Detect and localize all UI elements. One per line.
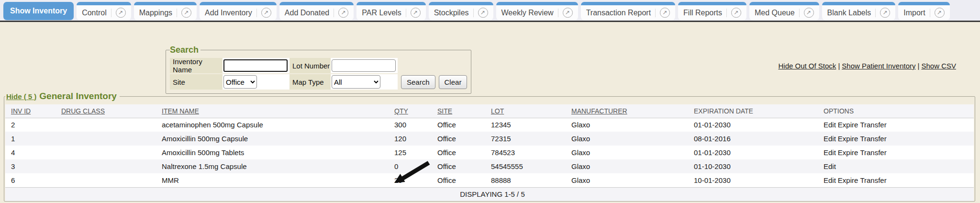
open-new-window-icon[interactable]: ↗: [478, 8, 488, 18]
cell-item-name: Amoxicillin 500mg Tablets: [156, 146, 389, 159]
tab-show-inventory[interactable]: Show Inventory: [3, 2, 74, 20]
expire-action[interactable]: Expire: [838, 135, 858, 143]
cell-item-name: Naltrexone 1.5mg Capsule: [156, 159, 389, 173]
hide-out-of-stock-link[interactable]: Hide Out Of Stock: [778, 62, 836, 70]
edit-action[interactable]: Edit: [824, 162, 836, 170]
open-new-window-icon[interactable]: ↗: [181, 8, 191, 18]
tab-top-accent: [356, 2, 425, 5]
tab-label-area: Stockpiles↗: [429, 5, 493, 20]
search-button[interactable]: Search: [401, 75, 435, 89]
sort-link-site[interactable]: SITE: [437, 107, 452, 115]
sort-link-inv-id[interactable]: INV ID: [11, 107, 31, 115]
open-new-window-icon[interactable]: ↗: [338, 8, 348, 18]
hide-count-link[interactable]: Hide ( 5 ): [6, 92, 36, 101]
edit-action[interactable]: Edit: [824, 176, 836, 184]
transfer-action[interactable]: Transfer: [860, 176, 886, 184]
cell-options: EditExpireTransfer: [818, 118, 974, 132]
open-new-window-icon[interactable]: ↗: [116, 8, 126, 18]
open-new-window-icon[interactable]: ↗: [660, 8, 670, 18]
cell-inv-id: 6: [5, 173, 56, 187]
tab-transaction-report[interactable]: Transaction Report↗: [581, 2, 675, 20]
tab-control[interactable]: Control↗: [77, 2, 131, 20]
edit-action[interactable]: Edit: [824, 121, 836, 129]
column-header-inv-id[interactable]: INV ID: [5, 104, 56, 118]
tab-divider: [334, 9, 334, 17]
column-header-options: OPTIONS: [818, 104, 974, 118]
column-header-drug-class[interactable]: DRUG CLASS: [56, 104, 156, 118]
tab-divider: [930, 9, 930, 17]
column-header-lot[interactable]: LOT: [485, 104, 566, 118]
column-header-expiration-date: EXPIRATION DATE: [688, 104, 818, 118]
expire-action[interactable]: Expire: [838, 148, 858, 157]
tab-blank-labels[interactable]: Blank Labels↗: [822, 2, 896, 20]
cell-drug-class: [56, 159, 156, 173]
sort-link-qty[interactable]: QTY: [394, 107, 408, 115]
expire-action[interactable]: Expire: [838, 176, 858, 184]
tab-top-accent: [496, 2, 578, 5]
cell-item-name: Amoxicillin 500mg Capsule: [156, 132, 389, 146]
tab-add-inventory[interactable]: Add Inventory↗: [200, 2, 277, 20]
cell-inv-id: 3: [5, 159, 56, 173]
tab-divider: [473, 9, 474, 17]
cell-drug-class: [56, 146, 156, 159]
open-new-window-icon[interactable]: ↗: [880, 8, 890, 18]
edit-action[interactable]: Edit: [824, 148, 836, 157]
sort-link-lot[interactable]: LOT: [491, 107, 504, 115]
sort-link-drug-class[interactable]: DRUG CLASS: [61, 107, 105, 115]
open-new-window-icon[interactable]: ↗: [563, 8, 573, 18]
inventory-name-input[interactable]: [223, 59, 288, 72]
open-new-window-icon[interactable]: ↗: [261, 8, 271, 18]
open-new-window-icon[interactable]: ↗: [804, 8, 814, 18]
tab-divider: [558, 9, 558, 17]
open-new-window-icon[interactable]: ↗: [935, 8, 945, 18]
tab-divider: [256, 9, 257, 17]
tab-top-accent: [581, 2, 675, 5]
show-csv-link[interactable]: Show CSV: [921, 62, 956, 70]
open-new-window-icon[interactable]: ↗: [731, 8, 741, 18]
tab-fill-reports[interactable]: Fill Reports↗: [678, 2, 746, 20]
tab-par-levels[interactable]: PAR Levels↗: [356, 2, 425, 20]
transfer-action[interactable]: Transfer: [860, 121, 886, 129]
column-header-manufacturer[interactable]: MANUFACTURER: [566, 104, 688, 118]
cell-options: EditExpireTransfer: [818, 146, 974, 159]
expire-action[interactable]: Expire: [838, 121, 858, 129]
cell-site: Office: [432, 118, 485, 132]
site-select[interactable]: Office: [223, 75, 257, 89]
cell-site: Office: [432, 173, 485, 187]
search-row-2: Site Office Map Type All Search Clear: [170, 74, 467, 90]
tab-top-accent: [134, 2, 197, 5]
tab-top-accent: [200, 2, 277, 5]
clear-button[interactable]: Clear: [439, 75, 468, 89]
column-header-item-name[interactable]: ITEM NAME: [156, 104, 389, 118]
column-header-site[interactable]: SITE: [432, 104, 485, 118]
general-inventory-title: General Inventory: [39, 91, 117, 101]
map-type-label: Map Type: [290, 74, 331, 90]
tab-label-area: Weekly Review↗: [496, 5, 578, 20]
cell-manufacturer: Glaxo: [566, 118, 688, 132]
lot-number-input[interactable]: [332, 59, 396, 72]
tab-divider: [799, 9, 800, 17]
sort-link-item-name[interactable]: ITEM NAME: [162, 107, 199, 115]
tab-label-area: Add Inventory↗: [200, 5, 277, 20]
tab-mappings[interactable]: Mappings↗: [134, 2, 197, 20]
search-row-1: Inventory Name Lot Number: [170, 58, 467, 73]
tab-import[interactable]: Import↗: [898, 2, 949, 20]
edit-action[interactable]: Edit: [824, 135, 836, 143]
tab-divider: [111, 9, 111, 17]
tab-add-donated[interactable]: Add Donated↗: [279, 2, 354, 20]
tab-label-area: Add Donated↗: [279, 5, 354, 20]
sort-link-manufacturer[interactable]: MANUFACTURER: [571, 107, 627, 115]
open-new-window-icon[interactable]: ↗: [411, 8, 421, 18]
cell-site: Office: [432, 159, 485, 173]
tab-label: Show Inventory: [10, 7, 67, 15]
map-type-select[interactable]: All: [332, 75, 380, 89]
transfer-action[interactable]: Transfer: [860, 135, 886, 143]
tab-label: Add Donated: [285, 9, 329, 17]
column-header-qty[interactable]: QTY: [389, 104, 432, 118]
show-patient-inventory-link[interactable]: Show Patient Inventory: [842, 62, 915, 70]
tab-stockpiles[interactable]: Stockpiles↗: [429, 2, 493, 20]
tab-weekly-review[interactable]: Weekly Review↗: [496, 2, 578, 20]
cell-drug-class: [56, 173, 156, 187]
tab-med-queue[interactable]: Med Queue↗: [749, 2, 819, 20]
transfer-action[interactable]: Transfer: [860, 148, 886, 157]
